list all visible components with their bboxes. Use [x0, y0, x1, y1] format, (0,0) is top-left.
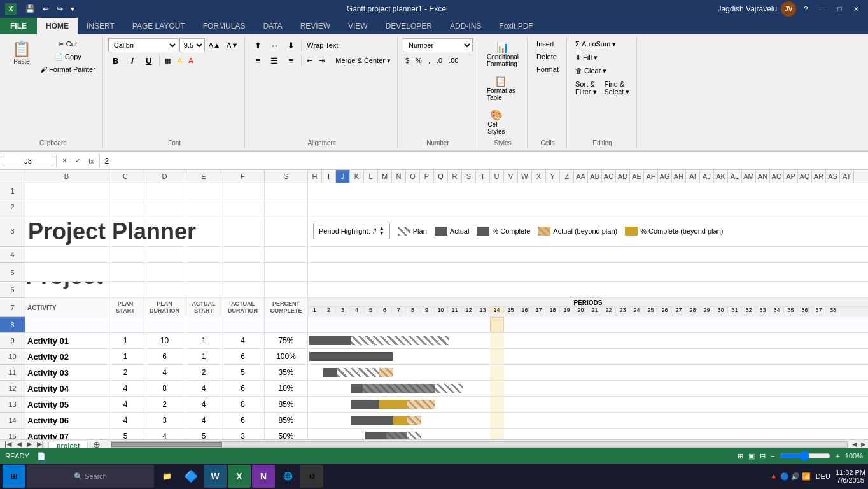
cell-activity02-pd[interactable]: 6 [143, 349, 186, 364]
cell-f2[interactable] [221, 199, 265, 215]
tab-foxit[interactable]: Foxit PDF [490, 18, 542, 34]
delete-button[interactable]: Delete [533, 51, 560, 62]
taskbar-onenote[interactable]: N [252, 465, 275, 488]
cell-activity01-as[interactable]: 1 [186, 333, 221, 348]
cell-e8[interactable] [186, 317, 221, 332]
corner-cell[interactable] [0, 170, 25, 183]
cell-d8[interactable] [143, 317, 186, 332]
minimize-button[interactable]: — [815, 4, 830, 14]
tab-developer[interactable]: DEVELOPER [377, 18, 441, 34]
cell-b2[interactable] [25, 199, 108, 215]
row-header-8[interactable]: 8 [0, 317, 25, 333]
taskbar-word[interactable]: W [204, 465, 227, 488]
cancel-formula-button[interactable]: ✕ [59, 156, 70, 166]
taskbar-matlab[interactable]: 🔷 [179, 465, 202, 488]
row-header-12[interactable]: 12 [0, 381, 25, 397]
col-header-g[interactable]: G [265, 170, 308, 183]
row-header-3[interactable]: 3 [0, 215, 25, 247]
copy-button[interactable]: 📄 Copy [37, 51, 99, 63]
cell-activity03-as[interactable]: 2 [186, 365, 221, 380]
italic-button[interactable]: I [125, 53, 140, 67]
cell-b6-title[interactable]: Project Planner [25, 282, 108, 297]
cell-activity04-name[interactable]: Activity 04 [25, 381, 108, 396]
col-header-y[interactable]: Y [546, 170, 560, 183]
confirm-formula-button[interactable]: ✓ [73, 156, 83, 166]
percent-button[interactable]: % [413, 53, 424, 67]
tab-home[interactable]: HOME [37, 18, 78, 34]
align-middle-button[interactable]: ↔ [267, 38, 282, 52]
close-button[interactable]: ✕ [850, 4, 863, 15]
cell-activity01-pd[interactable]: 10 [143, 333, 186, 348]
format-painter-button[interactable]: 🖌 Format Painter [37, 64, 99, 75]
cell-b8[interactable] [25, 317, 108, 332]
cell-activity06-name[interactable]: Activity 06 [25, 413, 108, 428]
cell-styles-button[interactable]: 🎨 CellStyles [482, 106, 510, 138]
undo-icon[interactable]: ↩ [40, 3, 52, 15]
cell-planstart-header[interactable]: PLANSTART [108, 298, 143, 317]
customize-qat-icon[interactable]: ▾ [68, 3, 77, 15]
cell-activity02-name[interactable]: Activity 02 [25, 349, 108, 364]
view-normal-button[interactable]: ⊞ [738, 452, 743, 460]
cell-b3[interactable] [25, 215, 108, 247]
cell-actualdur-header[interactable]: ACTUALDURATION [221, 298, 265, 317]
cell-activity05-ad[interactable]: 8 [221, 397, 265, 412]
col-header-v[interactable]: V [504, 170, 518, 183]
wrap-text-button[interactable]: Wrap Text [304, 38, 340, 52]
cell-e5[interactable] [186, 263, 221, 282]
col-header-u[interactable]: U [490, 170, 504, 183]
col-header-ao[interactable]: AO [770, 170, 784, 183]
cell-activity06-ad[interactable]: 6 [221, 413, 265, 428]
col-header-l[interactable]: L [364, 170, 378, 183]
col-header-j[interactable]: J [336, 170, 350, 183]
cell-activity06-as[interactable]: 4 [186, 413, 221, 428]
col-header-af[interactable]: AF [644, 170, 658, 183]
cell-activity02-pct[interactable]: 100% [265, 349, 308, 364]
cell-activity07-as[interactable]: 5 [186, 429, 221, 439]
underline-button[interactable]: U [141, 53, 157, 67]
scroll-left-button[interactable]: ◀ [850, 441, 859, 448]
cell-g5[interactable] [265, 263, 308, 282]
cell-b5[interactable] [25, 263, 108, 282]
col-header-d[interactable]: D [143, 170, 186, 183]
cell-d4[interactable] [143, 247, 186, 262]
cell-g8[interactable] [265, 317, 308, 332]
cell-activity02-as[interactable]: 1 [186, 349, 221, 364]
col-header-e[interactable]: E [186, 170, 221, 183]
cell-activity01-ad[interactable]: 4 [221, 333, 265, 348]
cell-activity06-ps[interactable]: 4 [108, 413, 143, 428]
col-header-p[interactable]: P [420, 170, 434, 183]
cell-activity04-pd[interactable]: 8 [143, 381, 186, 396]
row-header-2[interactable]: 2 [0, 199, 25, 215]
conditional-formatting-button[interactable]: 📊 ConditionalFormatting [482, 38, 523, 71]
currency-button[interactable]: $ [403, 53, 412, 67]
col-header-ag[interactable]: AG [658, 170, 672, 183]
align-right-button[interactable]: ≡ [283, 53, 298, 67]
align-left-button[interactable]: ≡ [250, 53, 265, 67]
cell-c6[interactable] [108, 282, 143, 297]
cell-activity04-pct[interactable]: 10% [265, 381, 308, 396]
scroll-right-button[interactable]: ▶ [859, 441, 868, 448]
col-header-t[interactable]: T [476, 170, 490, 183]
zoom-in-button[interactable]: + [836, 452, 839, 460]
row-header-5[interactable]: 5 [0, 263, 25, 282]
col-header-m[interactable]: M [378, 170, 392, 183]
cell-c1[interactable] [108, 183, 143, 199]
taskbar-chrome[interactable]: 🌐 [276, 465, 299, 488]
row-header-10[interactable]: 10 [0, 349, 25, 365]
col-header-as[interactable]: AS [826, 170, 840, 183]
tab-formulas[interactable]: FORMULAS [194, 18, 255, 34]
col-header-aq[interactable]: AQ [798, 170, 812, 183]
cell-activity04-ad[interactable]: 6 [221, 381, 265, 396]
cell-f8[interactable] [221, 317, 265, 332]
number-format-select[interactable]: Number [403, 38, 473, 52]
col-header-aj[interactable]: AJ [700, 170, 714, 183]
taskbar-excel[interactable]: X [228, 465, 251, 488]
col-header-ac[interactable]: AC [602, 170, 616, 183]
tab-review[interactable]: REVIEW [291, 18, 339, 34]
tab-insert[interactable]: INSERT [78, 18, 123, 34]
col-header-ah[interactable]: AH [672, 170, 686, 183]
cell-actualstart-header[interactable]: ACTUALSTART [186, 298, 221, 317]
decimal-dec-button[interactable]: .00 [446, 53, 461, 67]
cell-b4[interactable] [25, 247, 108, 262]
indent-decrease-button[interactable]: ⇤ [304, 53, 315, 67]
